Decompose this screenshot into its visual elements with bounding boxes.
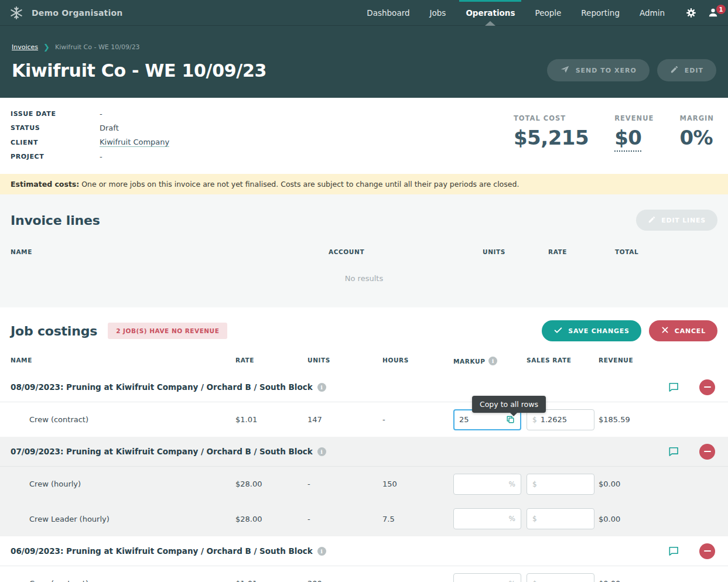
sales-rate-input-box: $	[527, 573, 594, 582]
nav-item-admin[interactable]: Admin	[630, 0, 675, 26]
nav-item-dashboard[interactable]: Dashboard	[357, 0, 419, 26]
comment-icon[interactable]	[668, 381, 679, 393]
sales-rate-input-box: $	[527, 474, 594, 495]
markup-input[interactable]	[459, 515, 507, 523]
summary-fields: ISSUE DATE - STATUS Draft CLIENT Kiwifru…	[11, 109, 169, 161]
percent-suffix: %	[509, 515, 515, 523]
project-label: PROJECT	[11, 153, 100, 160]
job-group: 07/09/2023: Pruning at Kiwifruit Company…	[0, 437, 728, 536]
dollar-prefix: $	[532, 515, 537, 523]
sales-rate-input[interactable]	[541, 579, 589, 582]
sales-rate-input[interactable]	[541, 515, 589, 523]
page-actions: SEND TO XERO EDIT	[547, 59, 716, 81]
project-value: -	[100, 152, 102, 161]
nav-item-reporting[interactable]: Reporting	[571, 0, 630, 26]
row-units: 200	[307, 579, 382, 582]
no-results-text: No results	[11, 274, 717, 283]
col-name: NAME	[11, 357, 235, 365]
markup-input-box: %	[453, 474, 521, 495]
save-changes-button[interactable]: SAVE CHANGES	[542, 320, 641, 341]
row-name: Crew (contract)	[11, 579, 235, 582]
client-label: CLIENT	[11, 139, 100, 146]
invoice-lines-header-row: NAME ACCOUNT UNITS RATE TOTAL	[11, 248, 717, 255]
banner-bold: Estimated costs:	[11, 180, 79, 189]
col-revenue: REVENUE	[599, 357, 717, 365]
banner-text: One or more jobs on this invoice are not…	[79, 180, 519, 189]
costing-row: Crew Leader (hourly) $28.00 - 7.5 % $	[0, 501, 728, 536]
chevron-right-icon: ❯	[43, 43, 50, 51]
breadcrumb-current: Kiwifruit Co - WE 10/09/23	[55, 43, 140, 51]
status-label: STATUS	[11, 124, 100, 132]
sales-rate-input-box: $	[527, 508, 594, 529]
row-rate: $28.00	[235, 515, 307, 523]
remove-job-button[interactable]	[699, 543, 715, 559]
job-group: 08/09/2023: Pruning at Kiwifruit Company…	[0, 372, 728, 437]
summary-metrics: TOTAL COST $5,215 REVENUE $0 MARGIN 0%	[514, 109, 716, 161]
dollar-prefix: $	[532, 416, 537, 424]
invoice-lines-heading: Invoice lines	[11, 213, 100, 228]
costing-row: Crew (hourly) $28.00 - 150 % $ $0.00	[0, 466, 728, 501]
sales-rate-input[interactable]	[541, 415, 589, 424]
col-sales-rate: SALES RATE	[527, 357, 599, 365]
job-info-icon[interactable]: i	[317, 547, 326, 556]
row-units: -	[307, 480, 382, 488]
client-link[interactable]: Kiwifruit Company	[100, 138, 169, 147]
margin-value: 0%	[679, 126, 714, 149]
row-units: -	[307, 515, 382, 523]
user-profile-icon[interactable]: 1	[708, 7, 719, 18]
breadcrumb-invoices-link[interactable]: Invoices	[12, 43, 38, 51]
row-hours: -	[382, 415, 453, 424]
close-x-icon	[661, 326, 669, 336]
revenue-value[interactable]: $0	[614, 126, 641, 152]
cancel-button[interactable]: CANCEL	[649, 320, 717, 341]
row-hours: -	[382, 579, 453, 582]
row-rate: $1.01	[235, 579, 307, 582]
send-to-xero-button[interactable]: SEND TO XERO	[547, 59, 650, 81]
job-costings-section: Job costings 2 JOB(S) HAVE NO REVENUE SA…	[0, 307, 728, 582]
job-costings-header-row: NAME RATE UNITS HOURS MARKUP i SALES RAT…	[0, 357, 728, 372]
nav-item-operations[interactable]: Operations	[456, 0, 525, 26]
comment-icon[interactable]	[668, 446, 679, 457]
row-revenue: $0.00	[599, 480, 717, 488]
remove-job-button[interactable]	[699, 379, 715, 395]
status-value: Draft	[100, 124, 119, 132]
invoice-summary: ISSUE DATE - STATUS Draft CLIENT Kiwifru…	[0, 98, 728, 174]
col-units: UNITS	[483, 248, 548, 255]
invoice-lines-section: Invoice lines EDIT LINES NAME ACCOUNT UN…	[0, 194, 728, 307]
notification-badge[interactable]: 1	[716, 5, 726, 14]
nav-item-people[interactable]: People	[525, 0, 571, 26]
settings-gear-icon[interactable]	[685, 7, 697, 19]
issue-date-label: ISSUE DATE	[11, 110, 100, 118]
job-group: 06/09/2023: Pruning at Kiwifruit Company…	[0, 536, 728, 582]
markup-info-icon[interactable]: i	[488, 357, 497, 365]
job-group-title: 08/09/2023: Pruning at Kiwifruit Company…	[11, 382, 326, 392]
edit-button[interactable]: EDIT	[657, 59, 716, 81]
row-rate: $28.00	[235, 480, 307, 488]
markup-input[interactable]	[459, 480, 507, 488]
edit-lines-button[interactable]: EDIT LINES	[636, 210, 717, 231]
job-group-title: 07/09/2023: Pruning at Kiwifruit Company…	[11, 447, 326, 456]
remove-job-button[interactable]	[699, 444, 715, 460]
markup-input[interactable]	[459, 579, 507, 582]
percent-suffix: %	[509, 480, 515, 488]
job-info-icon[interactable]: i	[317, 383, 326, 392]
row-rate: $1.01	[235, 415, 307, 424]
nav-item-jobs[interactable]: Jobs	[420, 0, 456, 26]
col-hours: HOURS	[382, 357, 453, 365]
breadcrumb: Invoices ❯ Kiwifruit Co - WE 10/09/23	[12, 43, 716, 51]
sales-rate-input[interactable]	[541, 480, 589, 488]
revenue-label: REVENUE	[614, 114, 654, 122]
total-cost-label: TOTAL COST	[514, 114, 589, 122]
brand[interactable]: Demo Organisation	[8, 5, 123, 21]
job-info-icon[interactable]: i	[317, 447, 326, 456]
copy-to-all-rows-icon[interactable]	[505, 415, 515, 424]
markup-input[interactable]	[459, 415, 505, 424]
costing-row: Crew (contract) $1.01 200 - % $ $0.00	[0, 566, 728, 582]
row-revenue: $0.00	[599, 515, 717, 523]
row-hours: 7.5	[382, 515, 453, 523]
row-revenue: $185.59	[599, 415, 717, 424]
col-name: NAME	[11, 248, 329, 255]
check-icon	[553, 326, 563, 337]
comment-icon[interactable]	[668, 545, 679, 557]
pencil-icon	[648, 215, 656, 225]
